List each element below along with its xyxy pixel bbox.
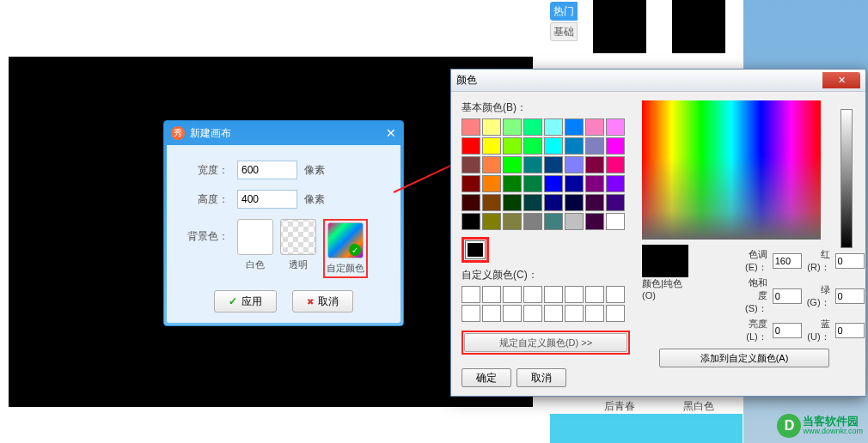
tab-hot[interactable]: 热门: [550, 2, 578, 21]
basic-color-swatch[interactable]: [565, 213, 584, 230]
basic-color-swatch[interactable]: [523, 118, 542, 136]
custom-color-slot[interactable]: [544, 305, 563, 322]
define-custom-button[interactable]: 规定自定义颜色(D) >>: [464, 333, 627, 352]
basic-color-swatch[interactable]: [606, 175, 625, 192]
green-input[interactable]: [835, 288, 865, 304]
custom-color-slot[interactable]: [503, 286, 522, 303]
custom-color-slot[interactable]: [565, 305, 584, 322]
basic-color-swatch[interactable]: [585, 137, 604, 155]
cancel-button-2[interactable]: 取消: [517, 368, 566, 387]
tab-basic[interactable]: 基础: [550, 22, 578, 41]
custom-color-slot[interactable]: [462, 286, 480, 303]
sat-input[interactable]: [773, 288, 802, 304]
color-dialog-titlebar[interactable]: 颜色 ✕: [451, 70, 865, 92]
basic-color-swatch[interactable]: [565, 175, 584, 192]
basic-color-swatch[interactable]: [482, 137, 501, 155]
basic-color-swatch[interactable]: [462, 213, 480, 230]
basic-color-swatch[interactable]: [544, 137, 563, 155]
basic-color-swatch[interactable]: [606, 194, 625, 211]
hue-input[interactable]: [773, 253, 802, 269]
red-input[interactable]: [835, 253, 865, 269]
dialog-title: 新建画布: [190, 126, 231, 141]
close-button[interactable]: ✕: [822, 72, 860, 88]
logo-icon: D: [777, 414, 801, 438]
bg-trans-label: 透明: [289, 258, 308, 271]
basic-color-swatch[interactable]: [503, 175, 522, 192]
basic-color-swatch[interactable]: [544, 156, 563, 173]
custom-color-slot[interactable]: [482, 286, 501, 303]
custom-color-slot[interactable]: [503, 305, 522, 322]
width-input[interactable]: [237, 161, 297, 179]
custom-color-slot[interactable]: [523, 305, 542, 322]
basic-color-swatch[interactable]: [565, 137, 584, 155]
basic-color-swatch[interactable]: [482, 194, 501, 211]
basic-color-swatch[interactable]: [565, 118, 584, 136]
site-logo[interactable]: D 当客软件园 www.downkr.com: [777, 414, 863, 438]
basic-color-swatch[interactable]: [462, 175, 480, 192]
basic-color-swatch[interactable]: [482, 213, 501, 230]
basic-color-swatch[interactable]: [503, 118, 522, 136]
basic-color-swatch[interactable]: [482, 175, 501, 192]
ad-banner[interactable]: [550, 414, 743, 443]
dialog-titlebar[interactable]: 秀 新建画布 ✕: [164, 121, 403, 145]
basic-color-swatch[interactable]: [585, 213, 604, 230]
selected-color-swatch[interactable]: [466, 241, 485, 258]
basic-color-swatch[interactable]: [482, 118, 501, 136]
basic-color-swatch[interactable]: [606, 213, 625, 230]
basic-color-swatch[interactable]: [462, 137, 480, 155]
basic-color-swatch[interactable]: [585, 156, 604, 173]
basic-color-swatch[interactable]: [503, 137, 522, 155]
basic-color-swatch[interactable]: [544, 213, 563, 230]
color-spectrum[interactable]: [642, 100, 821, 240]
thumb-1[interactable]: [593, 0, 646, 53]
basic-color-swatch[interactable]: [523, 137, 542, 155]
thumb-2[interactable]: [672, 0, 725, 53]
basic-color-swatch[interactable]: [565, 194, 584, 211]
basic-color-swatch[interactable]: [482, 156, 501, 173]
custom-color-slot[interactable]: [462, 305, 480, 322]
basic-color-swatch[interactable]: [523, 175, 542, 192]
basic-color-swatch[interactable]: [585, 194, 604, 211]
height-input[interactable]: [237, 190, 297, 209]
basic-color-swatch[interactable]: [606, 156, 625, 173]
basic-color-swatch[interactable]: [544, 194, 563, 211]
add-to-custom-button[interactable]: 添加到自定义颜色(A): [659, 349, 829, 367]
basic-color-swatch[interactable]: [462, 118, 480, 136]
basic-color-swatch[interactable]: [503, 156, 522, 173]
custom-color-slot[interactable]: [523, 286, 542, 303]
basic-color-swatch[interactable]: [503, 213, 522, 230]
custom-color-slot[interactable]: [565, 286, 584, 303]
cancel-button[interactable]: 取消: [292, 290, 353, 313]
basic-color-swatch[interactable]: [462, 156, 480, 173]
basic-color-swatch[interactable]: [544, 118, 563, 136]
ok-button[interactable]: 确定: [462, 368, 511, 387]
logo-url: www.downkr.com: [803, 428, 863, 436]
apply-button[interactable]: 应用: [214, 290, 277, 313]
custom-color-slot[interactable]: [606, 305, 625, 322]
custom-color-slot[interactable]: [606, 286, 625, 303]
bg-white-swatch[interactable]: [237, 219, 273, 255]
lum-input[interactable]: [773, 323, 802, 338]
custom-color-slot[interactable]: [585, 286, 604, 303]
custom-color-slot[interactable]: [482, 305, 501, 322]
basic-color-swatch[interactable]: [462, 194, 480, 211]
basic-color-swatch[interactable]: [606, 118, 625, 136]
basic-color-swatch[interactable]: [523, 194, 542, 211]
basic-color-swatch[interactable]: [523, 213, 542, 230]
custom-color-slot[interactable]: [585, 305, 604, 322]
custom-color-slot[interactable]: [544, 286, 563, 303]
height-unit: 像素: [304, 192, 325, 207]
close-icon[interactable]: ✕: [386, 126, 396, 140]
bg-transparent-swatch[interactable]: [280, 219, 316, 255]
basic-color-swatch[interactable]: [544, 175, 563, 192]
selected-color-highlight: [462, 237, 489, 263]
luminosity-bar[interactable]: [840, 109, 853, 248]
basic-color-swatch[interactable]: [585, 175, 604, 192]
bg-custom-swatch[interactable]: [327, 222, 364, 258]
basic-color-swatch[interactable]: [503, 194, 522, 211]
basic-color-swatch[interactable]: [523, 156, 542, 173]
basic-color-swatch[interactable]: [585, 118, 604, 136]
blue-input[interactable]: [835, 323, 865, 338]
basic-color-swatch[interactable]: [606, 137, 625, 155]
basic-color-swatch[interactable]: [565, 156, 584, 173]
